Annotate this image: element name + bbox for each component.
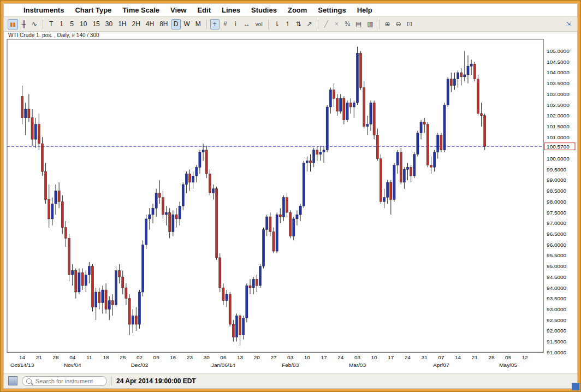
svg-text:Feb/03: Feb/03 bbox=[282, 362, 299, 368]
menu-item-edit[interactable]: Edit bbox=[192, 5, 216, 15]
cursor-up-icon[interactable]: ↿ bbox=[283, 19, 293, 29]
toolbar-separator bbox=[43, 20, 43, 29]
candle bbox=[447, 77, 449, 107]
timeframe-m[interactable]: M bbox=[193, 19, 203, 29]
grid-icon[interactable]: # bbox=[221, 19, 230, 29]
svg-text:03: 03 bbox=[287, 354, 294, 360]
svg-text:28: 28 bbox=[488, 354, 495, 360]
zoom-reset-icon[interactable]: ⊡ bbox=[405, 19, 414, 29]
fraction-display-icon[interactable]: ¾ bbox=[342, 19, 352, 29]
timeframe-4h[interactable]: 4H bbox=[144, 19, 156, 29]
search-input[interactable] bbox=[34, 377, 103, 385]
info-icon[interactable]: i bbox=[231, 19, 240, 29]
candle bbox=[346, 100, 348, 122]
search-box[interactable] bbox=[22, 376, 107, 386]
svg-text:94.5000: 94.5000 bbox=[547, 274, 567, 280]
svg-text:102.0000: 102.0000 bbox=[547, 112, 570, 118]
menu-bar: InstrumentsChart TypeTime ScaleViewEditL… bbox=[4, 4, 577, 16]
candlestick-chart-icon[interactable]: ▮▮ bbox=[8, 19, 18, 29]
chart-area[interactable]: WTI Crude 1. pos. , Daily, # 140 / 300 1… bbox=[4, 32, 577, 373]
candle bbox=[259, 264, 261, 288]
crosshair-icon[interactable]: + bbox=[210, 19, 220, 29]
candle bbox=[68, 234, 70, 282]
delete-drawing-icon[interactable]: × bbox=[332, 19, 341, 29]
svg-text:Jan/06/14: Jan/06/14 bbox=[211, 362, 235, 368]
candle bbox=[380, 155, 382, 204]
trendline-icon[interactable]: ╱ bbox=[322, 19, 331, 29]
ohlc-bars-icon[interactable]: ╫ bbox=[19, 19, 28, 29]
volume-icon[interactable]: vol bbox=[253, 19, 265, 29]
svg-text:99.0000: 99.0000 bbox=[547, 177, 567, 183]
timeframe-5[interactable]: 5 bbox=[67, 19, 76, 29]
trend-arrow-icon[interactable]: ↗ bbox=[305, 19, 315, 29]
timeframe-15[interactable]: 15 bbox=[90, 19, 102, 29]
candle bbox=[473, 62, 476, 81]
print-preview-icon[interactable]: ▥ bbox=[365, 19, 375, 29]
candle bbox=[326, 105, 328, 152]
svg-text:104.5000: 104.5000 bbox=[547, 59, 570, 65]
window-frame: InstrumentsChart TypeTime ScaleViewEditL… bbox=[0, 0, 581, 392]
timeframe-1h[interactable]: 1H bbox=[116, 19, 128, 29]
line-chart-icon[interactable]: ∿ bbox=[29, 19, 39, 29]
svg-text:11: 11 bbox=[86, 354, 92, 360]
toolbar-separator bbox=[318, 20, 318, 29]
svg-text:21: 21 bbox=[36, 354, 43, 360]
zoom-in-icon[interactable]: ⊕ bbox=[383, 19, 393, 29]
candle bbox=[145, 215, 147, 249]
menu-item-studies[interactable]: Studies bbox=[246, 5, 282, 15]
zoom-reset-icon: ⊡ bbox=[407, 20, 412, 28]
svg-text:30: 30 bbox=[204, 354, 210, 360]
svg-text:102.5000: 102.5000 bbox=[547, 102, 570, 108]
menu-item-instruments[interactable]: Instruments bbox=[18, 5, 69, 15]
compare-icon[interactable]: ⇅ bbox=[294, 19, 304, 29]
menu-item-settings[interactable]: Settings bbox=[312, 5, 351, 15]
price-chart[interactable]: 105.0000104.5000104.0000103.5000103.0000… bbox=[4, 32, 577, 373]
timeframe-30[interactable]: 30 bbox=[103, 19, 115, 29]
menu-item-chart-type[interactable]: Chart Type bbox=[69, 5, 117, 15]
compare-icon: ⇅ bbox=[296, 20, 301, 28]
svg-text:25: 25 bbox=[120, 354, 126, 360]
svg-text:Apr/07: Apr/07 bbox=[433, 362, 449, 368]
cursor-down-icon[interactable]: ⇂ bbox=[272, 19, 282, 29]
candle bbox=[205, 146, 208, 178]
timeframe-w[interactable]: W bbox=[182, 19, 192, 29]
horizontal-scale-icon[interactable]: ↔ bbox=[241, 19, 252, 29]
status-bar: 24 Apr 2014 19:00:00 EDT bbox=[4, 373, 577, 388]
svg-text:07: 07 bbox=[438, 354, 444, 360]
svg-text:101.5000: 101.5000 bbox=[547, 123, 570, 129]
candle bbox=[359, 51, 361, 90]
menu-item-lines[interactable]: Lines bbox=[216, 5, 246, 15]
menu-item-help[interactable]: Help bbox=[352, 5, 378, 15]
timeframe-10[interactable]: 10 bbox=[78, 19, 89, 29]
svg-text:13: 13 bbox=[237, 354, 244, 360]
zoom-in-icon: ⊕ bbox=[385, 20, 390, 28]
timeframe-8h[interactable]: 8H bbox=[157, 19, 170, 29]
timeframe-t[interactable]: T bbox=[46, 19, 56, 29]
print-icon[interactable]: ▤ bbox=[353, 19, 364, 29]
timeframe-1[interactable]: 1 bbox=[57, 19, 66, 29]
menu-item-time-scale[interactable]: Time Scale bbox=[117, 5, 165, 15]
svg-text:93.0000: 93.0000 bbox=[547, 306, 567, 312]
svg-text:Nov/04: Nov/04 bbox=[64, 362, 81, 368]
toolbar-separator bbox=[379, 20, 380, 29]
svg-text:95.5000: 95.5000 bbox=[547, 252, 567, 258]
menu-item-zoom[interactable]: Zoom bbox=[282, 5, 312, 15]
info-icon: i bbox=[235, 20, 236, 28]
candle bbox=[363, 81, 365, 129]
menu-item-view[interactable]: View bbox=[165, 5, 192, 15]
cursor-up-icon: ↿ bbox=[285, 20, 290, 28]
candle bbox=[219, 253, 221, 292]
timeframe-2h[interactable]: 2H bbox=[130, 19, 143, 29]
svg-text:100.0000: 100.0000 bbox=[547, 156, 570, 162]
candle bbox=[91, 264, 93, 312]
toolbar: ▮▮╫∿T151015301H2H4H8HDWM+#i↔vol⇂↿⇅↗╱×¾▤▥… bbox=[4, 16, 577, 32]
timeframe-d[interactable]: D bbox=[171, 19, 181, 29]
resize-grip[interactable] bbox=[572, 383, 579, 390]
svg-text:17: 17 bbox=[388, 354, 394, 360]
print-preview-icon: ▥ bbox=[367, 20, 373, 28]
candle bbox=[235, 313, 238, 341]
candle bbox=[477, 75, 479, 116]
zoom-out-icon[interactable]: ⊖ bbox=[394, 19, 404, 29]
instrument-panel-icon[interactable] bbox=[8, 376, 17, 385]
dock-arrow-icon[interactable]: ⇲ bbox=[564, 19, 573, 29]
